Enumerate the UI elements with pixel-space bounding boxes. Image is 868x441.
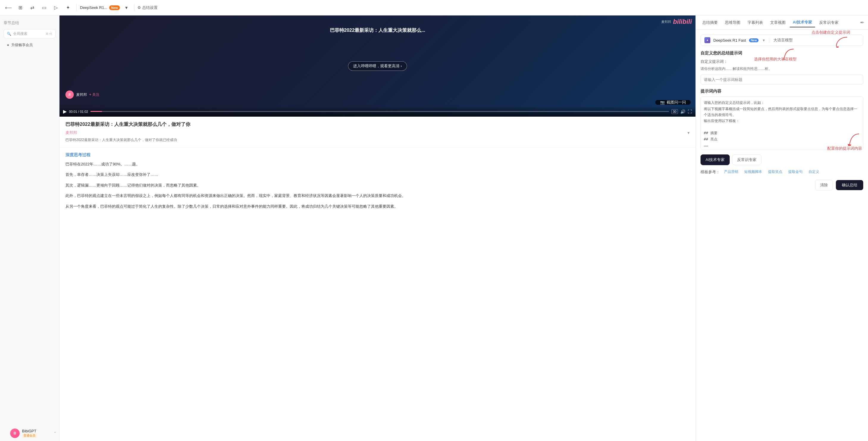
video-container: 麦邦邦 bilibili 巴菲特2022最新采访：人生重大决策就那么... 进入… [60, 16, 695, 117]
pen-icon[interactable]: ✒ [860, 19, 864, 26]
magic-button[interactable]: ✦ [63, 3, 72, 12]
article-paragraph-2: 首先，幸存者……决策上失误却……应改变弥补了…… [65, 171, 689, 178]
upgrade-label: 升级畅享会员 [11, 42, 33, 48]
upgrade-icon: ✦ [6, 43, 9, 47]
model-divider [769, 38, 769, 42]
new-badge: New [109, 5, 120, 10]
template-row: 模板参考： 产品营销 短视频脚本 提取笑点 提取金句 自定义 [701, 169, 863, 175]
layout-button[interactable]: ⊞ [16, 3, 25, 12]
bilibili-brand: 麦邦邦 [661, 20, 671, 24]
prompt-content-label: 提示词内容 [701, 89, 863, 94]
template-label: 模板参考： [701, 169, 720, 175]
prompt-content-textarea[interactable]: 请输入您的自定义总结提示词，比如： 将以下视频字幕概括成一段简短的要点，然后用列… [701, 96, 863, 150]
control-icons: 30 🔊 ⛶ [671, 109, 692, 114]
tab-article[interactable]: 文章视图 [767, 18, 788, 27]
fullscreen-icon[interactable]: ⛶ [688, 109, 692, 114]
top-bar-left: ⟵ ⊞ ⇄ ▭ ▷ ✦ DeepSeek R1... New ▾ ⚙ 总结设置 [4, 3, 158, 12]
tab-mindmap[interactable]: 思维导图 [722, 18, 743, 27]
user-expand-icon: ⌃ [54, 431, 57, 435]
model-dropdown-icon[interactable]: ▾ [763, 38, 765, 42]
title-section: DeepSeek R1... New ▾ ⚙ 总结设置 [80, 3, 158, 12]
model-name: DeepSeek R1 Fast [713, 38, 746, 42]
panel-content: ✦ DeepSeek R1 Fast New ▾ 大语言模型 自定义您的总结提示… [696, 30, 868, 441]
tab-anti-expert[interactable]: 反常识专家 [816, 18, 841, 27]
swap-button[interactable]: ⇄ [27, 3, 37, 12]
screenshot-label: 截图问一问 [666, 100, 686, 105]
screen-button[interactable]: ▭ [39, 3, 49, 12]
model-lang: 大语言模型 [773, 37, 793, 43]
play-control[interactable]: ▶ [63, 109, 67, 114]
prompt-name-input[interactable] [701, 75, 863, 85]
right-panel: 总结摘要 思维导图 字幕列表 文章视图 AI技术专家 反常识专家 ✒ ✦ Dee… [695, 16, 868, 441]
video-controls: ▶ 00:01 / 01:02 30 🔊 ⛶ [60, 106, 695, 117]
template-tag-2[interactable]: 提取笑点 [766, 169, 784, 175]
sidebar-section-title: 章节总结 [4, 20, 56, 26]
progress-fill [90, 111, 102, 112]
upgrade-button[interactable]: ✦ 升级畅享会员 [4, 41, 56, 50]
action-row: 清除 确认总结 [701, 180, 863, 190]
user-badge: 普通会员 [22, 433, 37, 438]
video-info: 巴菲特2022最新采访：人生重大决策就那么几个，做对了你 麦邦邦 ▾ 巴菲特20… [60, 117, 695, 148]
video-author-row: 麦邦邦 ▾ [65, 130, 689, 136]
screenshot-button[interactable]: 📷 截图问一问 [655, 100, 691, 105]
tab-ai-expert[interactable]: AI技术专家 [790, 18, 815, 27]
model-new-badge: New [749, 38, 759, 42]
bilibili-logo: bilibili [673, 18, 692, 26]
global-search[interactable]: 🔍 全局搜索 ⌘+K [4, 29, 56, 38]
speed-icon[interactable]: 30 [671, 109, 678, 114]
settings-icon: ⚙ [137, 5, 141, 10]
template-tag-3[interactable]: 提取金句 [786, 169, 804, 175]
summary-settings[interactable]: ⚙ 总结设置 [137, 5, 158, 10]
tab-subtitles[interactable]: 字幕列表 [745, 18, 766, 27]
video-title: DeepSeek R1... [80, 5, 107, 10]
follow-button[interactable]: + 关注 [89, 92, 99, 97]
template-tag-1[interactable]: 短视频脚本 [742, 169, 764, 175]
article-paragraph-3: 其次，逻辑漏……更倾向于回顾……记得他们做对的决策，而忽略了其他因素。 [65, 182, 689, 189]
model-icon: ✦ [704, 37, 710, 43]
video-placeholder: 麦邦邦 bilibili 巴菲特2022最新采访：人生重大决策就那么... 进入… [60, 16, 695, 117]
anti-expert-btn[interactable]: 反常识专家 [732, 154, 762, 165]
divider-1 [76, 4, 76, 11]
channel-name: 麦邦邦 [76, 92, 87, 97]
search-icon: 🔍 [7, 32, 11, 36]
content-area: 麦邦邦 bilibili 巴菲特2022最新采访：人生重大决策就那么... 进入… [60, 16, 695, 441]
prompt-description: 请你分析这段内……解读和批判性思……析。 [701, 66, 863, 72]
article-paragraph-1: 巴菲特在2022年……成功了90%。……题。 [65, 161, 689, 168]
custom-prompt-title: 自定义您的总结提示词 [701, 51, 863, 56]
user-profile[interactable]: B BibiGPT 普通会员 ⌃ [7, 426, 60, 440]
template-tag-4[interactable]: 自定义 [807, 169, 821, 175]
top-bar: ⟵ ⊞ ⇄ ▭ ▷ ✦ DeepSeek R1... New ▾ ⚙ 总结设置 [0, 0, 868, 16]
article-content: 深度思考过程 巴菲特在2022年……成功了90%。……题。 首先，幸存者……决策… [60, 148, 695, 218]
clear-button[interactable]: 清除 [815, 180, 833, 190]
video-center: 进入哔哩哔哩，观看更高清 › [348, 61, 407, 71]
camera-icon: 📷 [660, 100, 665, 105]
deep-thought-link[interactable]: 深度思考过程 [65, 152, 689, 158]
search-shortcut: ⌘+K [45, 32, 52, 35]
model-selector[interactable]: ✦ DeepSeek R1 Fast New ▾ 大语言模型 [701, 34, 863, 46]
panel-tabs: 总结摘要 思维导图 字幕列表 文章视图 AI技术专家 反常识专家 ✒ [696, 16, 868, 30]
author-name[interactable]: 麦邦邦 [65, 130, 77, 136]
video-main-title: 巴菲特2022最新采访：人生重大决策就那么几个，做对了你 [65, 121, 689, 128]
play-button[interactable]: ▷ [51, 3, 61, 12]
divider-2 [134, 4, 134, 11]
back-button[interactable]: ⟵ [4, 3, 13, 12]
ai-expert-btn[interactable]: AI技术专家 [701, 154, 730, 165]
progress-bar[interactable] [90, 111, 669, 112]
goto-bilibili-btn[interactable]: 进入哔哩哔哩，观看更高清 › [348, 61, 407, 71]
template-tag-0[interactable]: 产品营销 [722, 169, 740, 175]
channel-avatar: 麦 [65, 90, 74, 99]
search-label: 全局搜索 [13, 31, 27, 36]
bilibili-header: 麦邦邦 bilibili [661, 18, 692, 26]
user-avatar: B [10, 429, 20, 438]
tab-summary[interactable]: 总结摘要 [699, 18, 721, 27]
confirm-button[interactable]: 确认总结 [836, 180, 863, 190]
settings-label: 总结设置 [142, 5, 158, 10]
title-dropdown[interactable]: ▾ [122, 3, 131, 12]
expert-buttons: AI技术专家 反常识专家 [701, 154, 863, 165]
volume-icon[interactable]: 🔊 [680, 109, 685, 114]
video-description: 巴菲特2022最新采访：人生重大决策就那么几个，做对了你就已经成功 [65, 137, 689, 143]
user-info: BibiGPT 普通会员 [22, 429, 37, 438]
main-layout: 章节总结 🔍 全局搜索 ⌘+K ✦ 升级畅享会员 B BibiGPT 普通会员 … [0, 16, 868, 441]
video-title-overlay: 巴菲特2022最新采访：人生重大决策就那么... [60, 27, 695, 34]
expand-button[interactable]: ▾ [687, 130, 689, 135]
